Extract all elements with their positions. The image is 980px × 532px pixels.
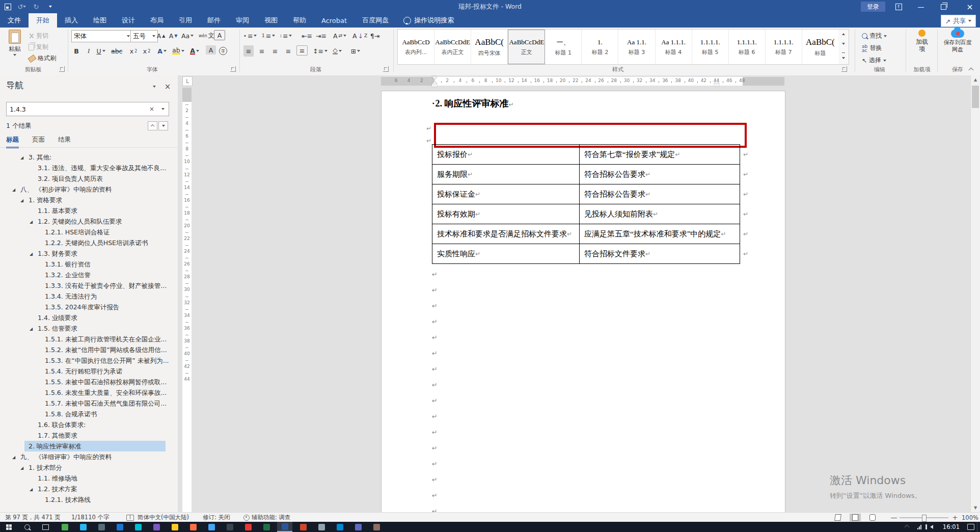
font-name-combobox[interactable]: 宋体 [71, 30, 132, 42]
nav-heading-item[interactable]: 1.5.3. 在“中国执行信息公开网” 未被列为... [0, 355, 178, 366]
superscript-icon[interactable]: x2 [142, 45, 152, 57]
table-cell[interactable]: 投标保证金↵ [432, 184, 580, 204]
nav-search-input[interactable] [7, 105, 146, 113]
style-item[interactable]: AaBbCcD表内列... [398, 30, 434, 64]
collapse-triangle-icon[interactable]: ◢ [20, 463, 23, 473]
nav-heading-item[interactable]: 1.5.6. 未发生重大质量、安全和环保事故... [0, 387, 178, 398]
accessibility-indicator[interactable]: 辅助功能: 调查 [243, 513, 291, 522]
add-ins-button[interactable]: 加载项 [909, 30, 935, 63]
collapse-triangle-icon[interactable]: ◢ [20, 152, 23, 163]
borders-icon[interactable]: ⊞ [350, 45, 361, 57]
collapse-triangle-icon[interactable]: ◢ [20, 195, 23, 205]
increase-indent-icon[interactable]: ⇥≡ [316, 30, 326, 41]
start-button[interactable] [1, 522, 16, 532]
multilevel-list-icon[interactable]: ⁝≡ [280, 30, 292, 41]
nav-heading-item[interactable]: 1.3.5. 2024年度审计报告 [0, 302, 178, 312]
document-page[interactable]: ▪2. 响应性评审标准↵ ↵ ↵ 投标报价↵符合第七章“报价要求”规定↵↵服务期… [381, 91, 785, 512]
scroll-down-icon[interactable]: ▼ [971, 503, 980, 512]
tab-审阅[interactable]: 审阅 [228, 13, 257, 28]
sort-icon[interactable]: A↓Z [352, 30, 367, 41]
zoom-level[interactable]: 100% [962, 513, 978, 522]
paragraph-dialog-launcher[interactable] [383, 66, 389, 72]
right-indent-marker[interactable] [714, 81, 719, 86]
nav-heading-item[interactable]: 1.5.7. 未被中国石油天然气集团有限公司... [0, 398, 178, 409]
collapse-triangle-icon[interactable]: ◢ [30, 249, 33, 259]
zoom-in-icon[interactable]: + [951, 513, 959, 522]
nav-heading-item[interactable]: ◢八、 《初步评审》中响应的资料 [0, 184, 178, 195]
taskbar-app-icon[interactable] [112, 522, 127, 532]
italic-icon[interactable]: I [84, 45, 94, 57]
bullets-icon[interactable]: •≡ [243, 30, 257, 41]
language-indicator[interactable]: 简体中文(中国大陆) [138, 513, 189, 522]
task-view-button[interactable] [38, 522, 53, 532]
collapse-triangle-icon[interactable]: ◢ [12, 184, 15, 195]
styles-gallery-scroll[interactable] [838, 29, 849, 65]
shrink-font-icon[interactable]: A▼ [168, 30, 178, 41]
print-layout-icon[interactable] [850, 514, 861, 521]
sign-in-button[interactable]: 登录 [861, 2, 885, 12]
nav-heading-item[interactable]: 1.5.4. 无行贿犯罪行为承诺 [0, 366, 178, 377]
nav-heading-item[interactable]: 1.1. 维修场地 [0, 473, 178, 484]
style-item[interactable]: 1.1.1.1.标题 5 [692, 30, 729, 64]
nav-heading-item[interactable]: ◢1.2. 技术方案 [0, 484, 178, 494]
tab-帮助[interactable]: 帮助 [285, 13, 314, 28]
clear-search-icon[interactable]: × [146, 102, 157, 116]
nav-tab-标题[interactable]: 标题 [6, 136, 19, 148]
table-cell[interactable]: 实质性响应↵ [432, 244, 580, 263]
copy-button[interactable]: 复制 [29, 43, 48, 51]
volume-icon[interactable] [925, 522, 938, 532]
nav-heading-item[interactable]: ◢1. 技术部分 [0, 462, 178, 473]
shading-icon[interactable]: ◇ [332, 45, 342, 57]
align-center-icon[interactable]: ≡ [257, 45, 267, 57]
zoom-slider-thumb[interactable] [922, 515, 927, 522]
close-button[interactable]: × [960, 0, 980, 13]
style-item[interactable]: AaBbC(标题 [802, 30, 839, 64]
restore-button[interactable] [933, 0, 954, 13]
taskbar-app-icon[interactable] [277, 522, 292, 532]
table-cell[interactable]: 服务期限↵ [432, 165, 580, 184]
taskbar-app-icon[interactable] [75, 522, 91, 532]
document-heading[interactable]: ▪2. 响应性评审标准↵ [432, 97, 514, 110]
nav-heading-item[interactable]: 1.3.4. 无违法行为 [0, 291, 178, 302]
tab-插入[interactable]: 插入 [57, 13, 86, 28]
taskbar-app-icon[interactable] [350, 522, 366, 532]
subscript-icon[interactable]: x2 [128, 45, 139, 57]
network-icon[interactable] [913, 522, 925, 532]
track-changes-indicator[interactable]: 修订: 关闭 [203, 513, 230, 522]
table-cell[interactable]: 投标有效期↵ [432, 204, 580, 224]
nav-heading-item[interactable]: 2. 响应性评审标准 [0, 441, 178, 451]
taskbar-app-icon[interactable] [204, 522, 219, 532]
minimize-button[interactable]: — [911, 0, 931, 13]
ribbon-display-options-icon[interactable]: ↑ [888, 0, 909, 13]
cut-button[interactable]: 剪切 [29, 32, 48, 40]
taskbar-app-icon[interactable] [167, 522, 182, 532]
style-item[interactable]: AaBbC(四号宋体 [471, 30, 508, 64]
nav-heading-item[interactable]: 1.5.1. 未被工商行政管理机关在全国企业... [0, 334, 178, 344]
table-cell[interactable]: 应满足第五章“技术标准和要求”中的规定↵ [580, 224, 740, 244]
nav-heading-item[interactable]: 1.1. 基本要求 [0, 205, 178, 216]
style-item[interactable]: 1.标题 2 [582, 30, 618, 64]
font-size-combobox[interactable]: 五号 [130, 30, 158, 42]
table-cell[interactable]: 技术标准和要求是否满足招标文件要求↵ [432, 224, 580, 244]
tab-设计[interactable]: 设计 [114, 13, 143, 28]
nav-heading-item[interactable]: ◢1.5. 信誉要求 [0, 323, 178, 334]
bold-icon[interactable]: B [71, 45, 81, 57]
styles-dialog-launcher[interactable] [841, 66, 847, 72]
next-result-icon[interactable] [158, 121, 168, 130]
style-item[interactable]: 1.1.1.1.标题 6 [729, 30, 766, 64]
nav-pane-options-icon[interactable] [149, 82, 159, 92]
page-indicator[interactable]: 第 97 页，共 471 页 [5, 513, 61, 522]
tell-me-search[interactable]: 操作说明搜索 [403, 13, 454, 28]
line-spacing-icon[interactable]: ↕≡ [313, 45, 328, 57]
find-button[interactable]: 查找 [862, 32, 887, 40]
nav-heading-item[interactable]: 1.3.2. 企业信誉 [0, 270, 178, 280]
nav-heading-item[interactable]: 1.5.5. 未被中国石油招标投标网暂停或取... [0, 377, 178, 387]
zoom-out-icon[interactable]: — [890, 513, 897, 522]
justify-icon[interactable]: ≡ [283, 45, 293, 57]
taskbar-clock[interactable]: 16:01 [938, 523, 965, 530]
action-center-icon[interactable] [965, 522, 977, 532]
search-options-icon[interactable] [157, 102, 169, 116]
align-right-icon[interactable]: ≡ [270, 45, 280, 57]
nav-tab-页面[interactable]: 页面 [32, 136, 45, 148]
style-item[interactable]: AaBbCcDdE表内正文 [434, 30, 471, 64]
